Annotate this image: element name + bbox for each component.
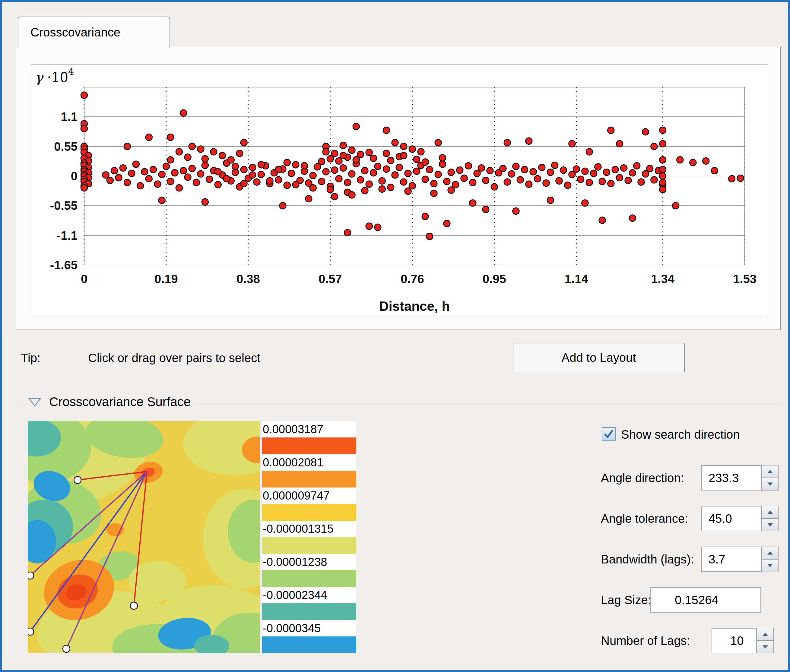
angle-tolerance-input[interactable]: 45.0: [701, 506, 762, 531]
surface-legend: 0.000031870.000020810.000009747-0.000001…: [262, 421, 356, 653]
number-of-lags-spin-down-button[interactable]: [757, 641, 774, 653]
legend-color-band: [262, 603, 356, 620]
scatter-point: [444, 178, 450, 185]
chart-groupbox: 00.190.380.570.760.951.141.341.531.10.55…: [16, 47, 781, 330]
x-tick-label: 0.38: [237, 272, 260, 285]
number-of-lags-spin-up-button[interactable]: [757, 628, 774, 641]
search-handle[interactable]: [28, 572, 34, 579]
scatter-point: [159, 171, 165, 178]
tab-crosscovariance[interactable]: Crosscovariance: [18, 17, 170, 48]
scatter-point: [292, 161, 299, 168]
scatter-point: [659, 166, 666, 173]
scatter-point: [197, 146, 204, 152]
scatter-point: [258, 161, 264, 168]
scatter-point: [176, 184, 183, 191]
show-search-direction-checkbox[interactable]: [602, 427, 615, 441]
scatter-point: [405, 188, 412, 194]
search-handle[interactable]: [63, 645, 70, 653]
lag-size-input[interactable]: 0.15264: [650, 587, 761, 613]
x-tick-label: 0.19: [154, 272, 178, 285]
scatter-point: [81, 92, 88, 99]
scatter-point: [167, 178, 174, 185]
scatter-point: [659, 127, 666, 134]
search-handle[interactable]: [130, 602, 138, 609]
scatter-point: [405, 170, 412, 177]
scatter-point: [711, 167, 718, 174]
tip-text: Click or drag over pairs to select: [88, 351, 260, 365]
bandwidth-input[interactable]: 3.7: [701, 547, 762, 572]
scatter-point: [184, 174, 191, 181]
scatter-plot[interactable]: 00.190.380.570.760.951.141.341.531.10.55…: [31, 64, 768, 316]
scatter-point: [232, 163, 239, 170]
x-tick-label: 1.34: [651, 272, 675, 285]
x-tick-label: 1.53: [733, 272, 756, 285]
scatter-point: [241, 139, 247, 146]
scatter-point: [327, 186, 333, 193]
scatter-point: [81, 125, 88, 132]
scatter-point: [435, 171, 442, 178]
bandwidth-spin-down-button[interactable]: [762, 559, 779, 572]
scatter-point: [137, 182, 144, 189]
x-tick-label: 0.57: [319, 272, 342, 285]
add-to-layout-button[interactable]: Add to Layout: [513, 343, 685, 372]
scatter-point: [275, 177, 282, 183]
scatter-point: [612, 166, 619, 173]
bandwidth-spin-up-button[interactable]: [762, 547, 779, 559]
y-tick-label: -0.55: [50, 199, 77, 212]
scatter-point: [357, 177, 364, 183]
scatter-point: [249, 164, 256, 171]
scatter-point: [383, 127, 390, 134]
tab-label: Crosscovariance: [30, 26, 120, 39]
surface-map[interactable]: [28, 421, 260, 653]
legend-value: -0.000001315: [262, 521, 356, 537]
search-handle[interactable]: [28, 628, 34, 635]
angle-tolerance-spin-down-button[interactable]: [762, 518, 779, 531]
scatter-point: [133, 161, 139, 168]
scatter-point: [646, 165, 653, 172]
number-of-lags-value: 10: [730, 634, 744, 647]
angle-tolerance-value: 45.0: [708, 512, 732, 525]
scatter-point: [616, 141, 623, 147]
scatter-point: [202, 199, 208, 205]
angle-direction-spin-down-button[interactable]: [762, 478, 779, 491]
scatter-point: [284, 159, 290, 166]
legend-color-band: [262, 537, 356, 554]
scatter-point: [215, 168, 221, 175]
legend-value: -0.00002344: [262, 587, 356, 603]
scatter-point: [508, 171, 515, 177]
scatter-point: [599, 178, 606, 185]
search-handle[interactable]: [74, 476, 81, 483]
scatter-point: [366, 181, 373, 187]
scatter-point: [607, 180, 614, 187]
scatter-point: [431, 180, 437, 187]
scatter-point: [564, 182, 571, 189]
scatter-point: [595, 164, 601, 170]
scatter-point: [348, 147, 355, 154]
scatter-point: [586, 179, 593, 186]
scatter-point: [323, 168, 329, 175]
angle-direction-input[interactable]: 233.3: [701, 465, 762, 491]
legend-color-band: [262, 470, 356, 488]
angle-direction-spin-up-button[interactable]: [762, 465, 779, 478]
number-of-lags-input[interactable]: 10: [711, 628, 757, 653]
scatter-point: [620, 165, 627, 171]
scatter-point: [400, 143, 407, 150]
scatter-point: [141, 168, 148, 175]
collapse-triangle-icon[interactable]: [28, 398, 41, 408]
scatter-point: [366, 223, 373, 229]
angle-tolerance-spin-up-button[interactable]: [762, 506, 779, 518]
scatter-point: [275, 166, 282, 173]
scatter-point: [482, 206, 489, 213]
section-title: Crosscovariance Surface: [44, 395, 195, 409]
scatter-point: [470, 179, 476, 186]
scatter-point: [146, 176, 152, 182]
scatter-point: [513, 163, 519, 170]
scatter-point: [120, 165, 127, 171]
scatter-point: [111, 167, 118, 174]
scatter-point: [318, 158, 325, 165]
scatter-point: [348, 171, 355, 177]
legend-value: 0.00003187: [262, 421, 356, 437]
legend-color-band: [262, 637, 356, 653]
scatter-point: [526, 181, 532, 187]
y-tick-label: 0.55: [54, 140, 77, 153]
